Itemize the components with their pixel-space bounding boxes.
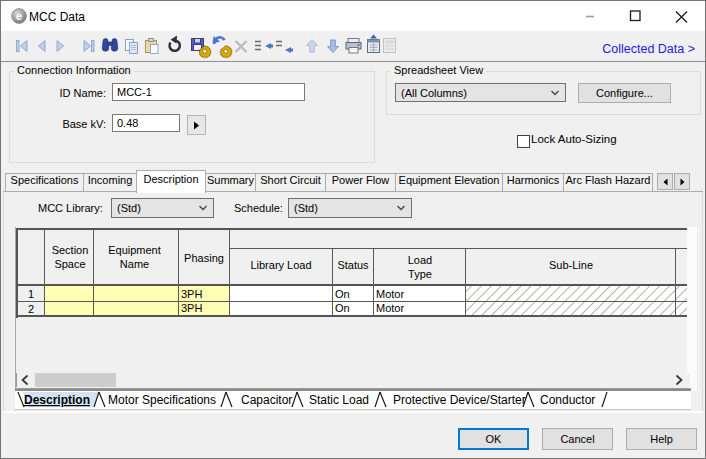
svg-text:2: 2 [28, 303, 34, 315]
svg-text:Type: Type [408, 268, 432, 280]
svg-text:Capacitor: Capacitor [241, 393, 292, 407]
svg-text:3PH: 3PH [181, 302, 202, 314]
svg-text:e: e [16, 10, 22, 22]
svg-text:1: 1 [28, 288, 34, 300]
svg-text:Description: Description [24, 393, 90, 407]
svg-text:Library Load: Library Load [250, 259, 311, 271]
svg-text:Load: Load [408, 254, 432, 266]
svg-text:Motor: Motor [376, 288, 404, 300]
svg-text:Protective Device/Starter: Protective Device/Starter [393, 393, 526, 407]
svg-text:Section: Section [52, 244, 89, 256]
svg-text:Conductor: Conductor [540, 393, 595, 407]
svg-text:Phasing: Phasing [184, 252, 224, 264]
svg-text:Status: Status [337, 259, 369, 271]
svg-text:On: On [335, 302, 350, 314]
svg-text:Motor: Motor [376, 302, 404, 314]
svg-text:Name: Name [120, 258, 149, 270]
svg-text:Equipment: Equipment [108, 244, 161, 256]
svg-text:Sub-Line: Sub-Line [549, 259, 593, 271]
svg-text:3PH: 3PH [181, 288, 202, 300]
svg-text:Motor Specifications: Motor Specifications [108, 393, 216, 407]
svg-text:Space: Space [54, 258, 85, 270]
svg-text:Static Load: Static Load [309, 393, 369, 407]
svg-text:On: On [335, 288, 350, 300]
